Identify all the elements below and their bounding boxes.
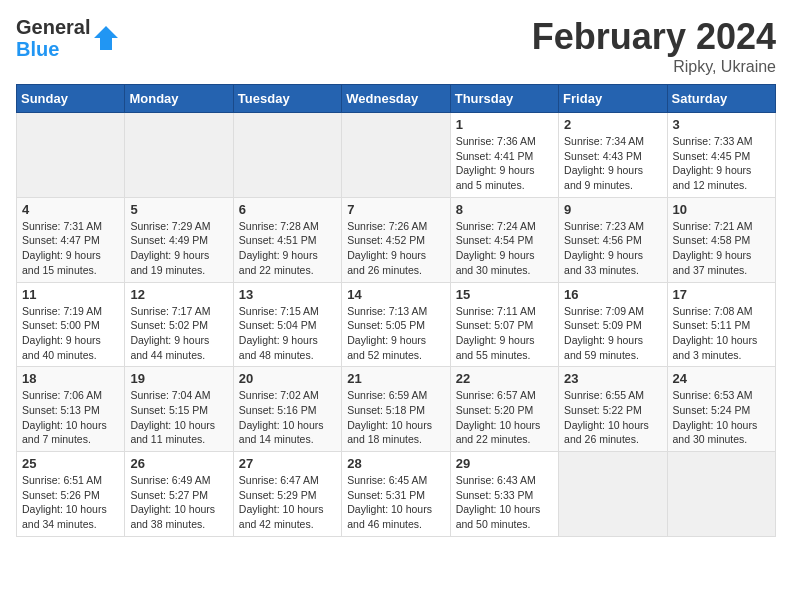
calendar-cell (17, 113, 125, 198)
calendar-cell: 10Sunrise: 7:21 AM Sunset: 4:58 PM Dayli… (667, 197, 775, 282)
day-info: Sunrise: 7:33 AM Sunset: 4:45 PM Dayligh… (673, 134, 770, 193)
logo: General Blue (16, 16, 120, 60)
logo-blue: Blue (16, 38, 90, 60)
calendar-header-saturday: Saturday (667, 85, 775, 113)
location-subtitle: Ripky, Ukraine (532, 58, 776, 76)
calendar-cell: 16Sunrise: 7:09 AM Sunset: 5:09 PM Dayli… (559, 282, 667, 367)
day-info: Sunrise: 6:51 AM Sunset: 5:26 PM Dayligh… (22, 473, 119, 532)
page-header: General Blue February 2024 Ripky, Ukrain… (16, 16, 776, 76)
calendar-cell: 8Sunrise: 7:24 AM Sunset: 4:54 PM Daylig… (450, 197, 558, 282)
calendar-header-sunday: Sunday (17, 85, 125, 113)
title-area: February 2024 Ripky, Ukraine (532, 16, 776, 76)
day-number: 18 (22, 371, 119, 386)
day-number: 12 (130, 287, 227, 302)
day-info: Sunrise: 6:55 AM Sunset: 5:22 PM Dayligh… (564, 388, 661, 447)
calendar-cell: 11Sunrise: 7:19 AM Sunset: 5:00 PM Dayli… (17, 282, 125, 367)
day-number: 21 (347, 371, 444, 386)
day-number: 26 (130, 456, 227, 471)
day-info: Sunrise: 7:31 AM Sunset: 4:47 PM Dayligh… (22, 219, 119, 278)
day-number: 28 (347, 456, 444, 471)
calendar-header-wednesday: Wednesday (342, 85, 450, 113)
day-number: 16 (564, 287, 661, 302)
calendar-cell: 1Sunrise: 7:36 AM Sunset: 4:41 PM Daylig… (450, 113, 558, 198)
calendar-cell (342, 113, 450, 198)
day-info: Sunrise: 6:45 AM Sunset: 5:31 PM Dayligh… (347, 473, 444, 532)
calendar-cell: 29Sunrise: 6:43 AM Sunset: 5:33 PM Dayli… (450, 452, 558, 537)
day-info: Sunrise: 6:53 AM Sunset: 5:24 PM Dayligh… (673, 388, 770, 447)
calendar-week-3: 11Sunrise: 7:19 AM Sunset: 5:00 PM Dayli… (17, 282, 776, 367)
calendar-cell: 5Sunrise: 7:29 AM Sunset: 4:49 PM Daylig… (125, 197, 233, 282)
day-info: Sunrise: 7:04 AM Sunset: 5:15 PM Dayligh… (130, 388, 227, 447)
day-info: Sunrise: 7:24 AM Sunset: 4:54 PM Dayligh… (456, 219, 553, 278)
svg-marker-0 (94, 26, 118, 50)
day-number: 11 (22, 287, 119, 302)
calendar-cell: 22Sunrise: 6:57 AM Sunset: 5:20 PM Dayli… (450, 367, 558, 452)
day-info: Sunrise: 7:06 AM Sunset: 5:13 PM Dayligh… (22, 388, 119, 447)
day-number: 23 (564, 371, 661, 386)
calendar-cell: 20Sunrise: 7:02 AM Sunset: 5:16 PM Dayli… (233, 367, 341, 452)
day-number: 19 (130, 371, 227, 386)
calendar-cell (125, 113, 233, 198)
calendar-cell: 25Sunrise: 6:51 AM Sunset: 5:26 PM Dayli… (17, 452, 125, 537)
day-number: 25 (22, 456, 119, 471)
calendar-cell: 2Sunrise: 7:34 AM Sunset: 4:43 PM Daylig… (559, 113, 667, 198)
day-info: Sunrise: 7:17 AM Sunset: 5:02 PM Dayligh… (130, 304, 227, 363)
calendar-week-1: 1Sunrise: 7:36 AM Sunset: 4:41 PM Daylig… (17, 113, 776, 198)
calendar-cell: 13Sunrise: 7:15 AM Sunset: 5:04 PM Dayli… (233, 282, 341, 367)
day-number: 6 (239, 202, 336, 217)
calendar-header-monday: Monday (125, 85, 233, 113)
day-info: Sunrise: 6:47 AM Sunset: 5:29 PM Dayligh… (239, 473, 336, 532)
day-info: Sunrise: 7:13 AM Sunset: 5:05 PM Dayligh… (347, 304, 444, 363)
calendar-cell: 15Sunrise: 7:11 AM Sunset: 5:07 PM Dayli… (450, 282, 558, 367)
calendar-cell: 19Sunrise: 7:04 AM Sunset: 5:15 PM Dayli… (125, 367, 233, 452)
day-info: Sunrise: 6:59 AM Sunset: 5:18 PM Dayligh… (347, 388, 444, 447)
day-number: 15 (456, 287, 553, 302)
logo-icon (92, 24, 120, 52)
calendar-cell: 6Sunrise: 7:28 AM Sunset: 4:51 PM Daylig… (233, 197, 341, 282)
day-info: Sunrise: 7:02 AM Sunset: 5:16 PM Dayligh… (239, 388, 336, 447)
day-number: 9 (564, 202, 661, 217)
day-info: Sunrise: 7:36 AM Sunset: 4:41 PM Dayligh… (456, 134, 553, 193)
day-info: Sunrise: 7:34 AM Sunset: 4:43 PM Dayligh… (564, 134, 661, 193)
logo-general: General (16, 16, 90, 38)
calendar-cell: 12Sunrise: 7:17 AM Sunset: 5:02 PM Dayli… (125, 282, 233, 367)
calendar-cell (233, 113, 341, 198)
day-number: 7 (347, 202, 444, 217)
day-number: 14 (347, 287, 444, 302)
calendar-cell: 4Sunrise: 7:31 AM Sunset: 4:47 PM Daylig… (17, 197, 125, 282)
day-number: 4 (22, 202, 119, 217)
day-number: 10 (673, 202, 770, 217)
calendar-week-2: 4Sunrise: 7:31 AM Sunset: 4:47 PM Daylig… (17, 197, 776, 282)
calendar-cell: 28Sunrise: 6:45 AM Sunset: 5:31 PM Dayli… (342, 452, 450, 537)
day-info: Sunrise: 7:11 AM Sunset: 5:07 PM Dayligh… (456, 304, 553, 363)
calendar-header-friday: Friday (559, 85, 667, 113)
day-number: 2 (564, 117, 661, 132)
calendar-header-row: SundayMondayTuesdayWednesdayThursdayFrid… (17, 85, 776, 113)
calendar-cell: 21Sunrise: 6:59 AM Sunset: 5:18 PM Dayli… (342, 367, 450, 452)
calendar-cell: 3Sunrise: 7:33 AM Sunset: 4:45 PM Daylig… (667, 113, 775, 198)
day-info: Sunrise: 6:49 AM Sunset: 5:27 PM Dayligh… (130, 473, 227, 532)
calendar-week-4: 18Sunrise: 7:06 AM Sunset: 5:13 PM Dayli… (17, 367, 776, 452)
day-info: Sunrise: 7:21 AM Sunset: 4:58 PM Dayligh… (673, 219, 770, 278)
day-number: 8 (456, 202, 553, 217)
day-number: 22 (456, 371, 553, 386)
day-info: Sunrise: 7:28 AM Sunset: 4:51 PM Dayligh… (239, 219, 336, 278)
day-number: 24 (673, 371, 770, 386)
day-number: 17 (673, 287, 770, 302)
calendar-table: SundayMondayTuesdayWednesdayThursdayFrid… (16, 84, 776, 537)
calendar-cell: 17Sunrise: 7:08 AM Sunset: 5:11 PM Dayli… (667, 282, 775, 367)
day-number: 20 (239, 371, 336, 386)
calendar-cell: 27Sunrise: 6:47 AM Sunset: 5:29 PM Dayli… (233, 452, 341, 537)
day-info: Sunrise: 7:15 AM Sunset: 5:04 PM Dayligh… (239, 304, 336, 363)
month-title: February 2024 (532, 16, 776, 58)
calendar-header-thursday: Thursday (450, 85, 558, 113)
calendar-cell: 26Sunrise: 6:49 AM Sunset: 5:27 PM Dayli… (125, 452, 233, 537)
day-number: 1 (456, 117, 553, 132)
calendar-cell (667, 452, 775, 537)
calendar-cell: 7Sunrise: 7:26 AM Sunset: 4:52 PM Daylig… (342, 197, 450, 282)
calendar-week-5: 25Sunrise: 6:51 AM Sunset: 5:26 PM Dayli… (17, 452, 776, 537)
day-info: Sunrise: 7:09 AM Sunset: 5:09 PM Dayligh… (564, 304, 661, 363)
day-number: 3 (673, 117, 770, 132)
day-info: Sunrise: 7:23 AM Sunset: 4:56 PM Dayligh… (564, 219, 661, 278)
calendar-header-tuesday: Tuesday (233, 85, 341, 113)
